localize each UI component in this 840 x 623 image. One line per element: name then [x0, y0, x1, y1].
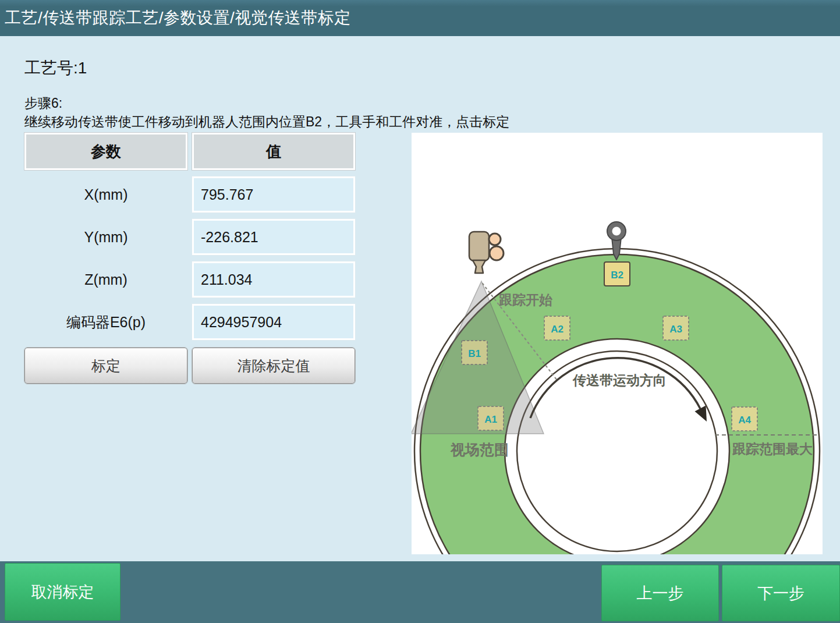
param-label-encoder: 编码器E6(p) — [24, 304, 187, 340]
title-bar: 工艺/传送带跟踪工艺/参数设置/视觉传送带标定 — [0, 0, 840, 36]
position-label-a2: A2 — [551, 324, 563, 335]
value-field-z[interactable]: 211.034 — [192, 261, 355, 298]
step-instruction: 继续移动传送带使工件移动到机器人范围内位置B2，工具手和工件对准，点击标定 — [24, 113, 509, 131]
calibrate-button[interactable]: 标定 — [24, 348, 187, 384]
column-header-param: 参数 — [24, 133, 187, 170]
clear-calibration-button[interactable]: 清除标定值 — [192, 348, 355, 384]
value-field-x[interactable]: 795.767 — [192, 176, 355, 213]
camera-icon — [469, 232, 504, 273]
bottom-bar: 取消标定 上一步 下一步 — [0, 561, 840, 623]
position-label-a1: A1 — [484, 414, 497, 425]
value-field-encoder[interactable]: 4294957904 — [192, 304, 355, 340]
next-step-button[interactable]: 下一步 — [722, 565, 840, 621]
param-label-z: Z(mm) — [24, 261, 187, 298]
value-field-y[interactable]: -226.821 — [192, 219, 355, 255]
label-conveyor-direction: 传送带运动方向 — [572, 373, 667, 388]
prev-step-button[interactable]: 上一步 — [601, 565, 719, 621]
conveyor-diagram: B2 A2 A3 B1 A1 A4 — [412, 133, 823, 554]
position-label-b2: B2 — [611, 270, 623, 281]
cancel-calibration-button[interactable]: 取消标定 — [5, 563, 120, 621]
diagram-panel: B2 A2 A3 B1 A1 A4 — [412, 133, 823, 554]
param-label-x: X(mm) — [24, 176, 187, 213]
label-field-of-view: 视场范围 — [450, 441, 509, 458]
process-number: 工艺号:1 — [24, 57, 87, 79]
breadcrumb: 工艺/传送带跟踪工艺/参数设置/视觉传送带标定 — [0, 7, 351, 29]
label-tracking-range-max: 跟踪范围最大 — [732, 441, 813, 456]
position-label-a4: A4 — [738, 415, 751, 426]
column-header-value: 值 — [192, 133, 355, 170]
label-tracking-start: 跟踪开始 — [498, 292, 552, 307]
param-label-y: Y(mm) — [24, 219, 187, 255]
position-label-b1: B1 — [468, 348, 481, 359]
position-label-a3: A3 — [669, 324, 682, 335]
screen: 工艺/传送带跟踪工艺/参数设置/视觉传送带标定 工艺号:1 步骤6: 继续移动传… — [0, 0, 840, 623]
step-title: 步骤6: — [24, 94, 62, 112]
